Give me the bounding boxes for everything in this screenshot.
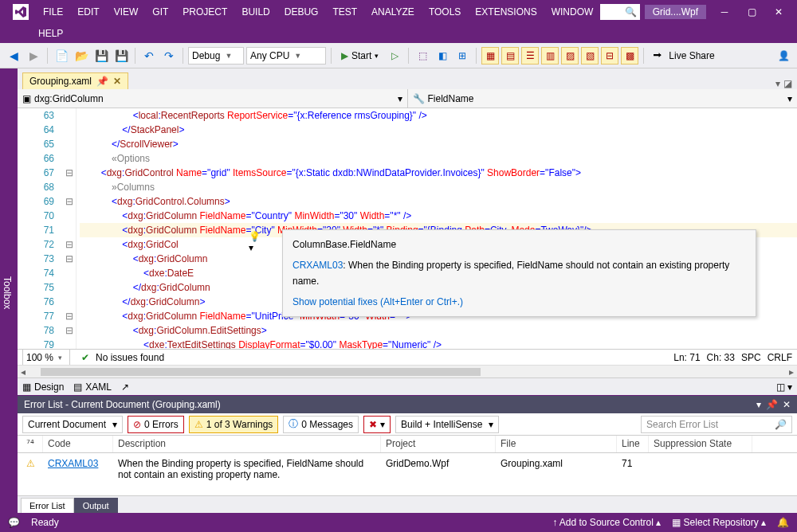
menu-window[interactable]: WINDOW <box>545 3 600 21</box>
redo-button[interactable]: ↷ <box>160 47 178 65</box>
menu-build[interactable]: BUILD <box>235 3 276 21</box>
select-repo[interactable]: ▦ Select Repository ▴ <box>672 517 766 528</box>
chat-icon[interactable]: 💬 <box>8 517 20 528</box>
tooltip-message: : When the Binding property is specified… <box>292 260 729 287</box>
tool-a-button[interactable]: ⬚ <box>414 47 431 65</box>
hl-7-button[interactable]: ⊟ <box>601 47 618 65</box>
start-no-debug-button[interactable]: ▷ <box>386 47 403 65</box>
col-project[interactable]: Project <box>381 436 496 452</box>
title-search-input[interactable]: 🔍 <box>600 4 640 20</box>
save-all-button[interactable]: 💾 <box>112 47 130 65</box>
lightbulb-icon[interactable]: 💡▾ <box>249 231 263 245</box>
solution-explorer-icon[interactable]: ◪ <box>783 78 792 89</box>
solution-name-label: Grid....Wpf <box>645 5 706 19</box>
error-code-link[interactable]: CRXAML03 <box>48 458 98 469</box>
nav-fwd-button[interactable]: ▶ <box>25 47 42 65</box>
tool-c-button[interactable]: ⊞ <box>453 47 471 65</box>
messages-filter[interactable]: ⓘ0 Messages <box>283 416 359 433</box>
user-icon[interactable]: 👤 <box>775 47 792 65</box>
warnings-filter[interactable]: ⚠1 of 3 Warnings <box>189 416 279 433</box>
platform-combo[interactable]: Any CPU▼ <box>246 47 326 65</box>
add-source-control[interactable]: ↑ Add to Source Control ▴ <box>552 517 661 528</box>
error-search-input[interactable]: Search Error List🔎 <box>641 416 792 433</box>
main-toolbar: ◀ ▶ 📄 📂 💾 💾 ↶ ↷ Debug▼ Any CPU▼ ▶Start▾ … <box>0 43 797 68</box>
menu-analyze[interactable]: ANALYZE <box>365 3 421 21</box>
fold-gutter[interactable]: ⊟⊟⊟⊟⊟⊟ <box>62 108 77 349</box>
h-scrollbar[interactable]: ◂▸ <box>18 365 797 377</box>
menu-edit[interactable]: EDIT <box>71 3 105 21</box>
ln-label: Ln: 71 <box>673 352 700 363</box>
menu-debug[interactable]: DEBUG <box>278 3 325 21</box>
nav-back-button[interactable]: ◀ <box>5 47 22 65</box>
maximize-button[interactable]: ▢ <box>738 2 765 22</box>
open-button[interactable]: 📂 <box>73 47 90 65</box>
document-tabs: Grouping.xaml 📌 ✕ ▾ ◪ <box>18 68 797 89</box>
tab-output[interactable]: Output <box>74 498 118 513</box>
tab-dropdown-icon[interactable]: ▾ <box>775 78 780 89</box>
sidebar-toolbox[interactable]: Toolbox <box>0 273 14 312</box>
design-tab[interactable]: ▦Design <box>22 381 64 393</box>
config-combo[interactable]: Debug▼ <box>188 47 244 65</box>
liveshare-label[interactable]: Live Share <box>669 50 714 61</box>
hl-6-button[interactable]: ▧ <box>581 47 599 65</box>
xaml-tab[interactable]: ▤XAML <box>73 381 112 393</box>
error-list-title-bar: Error List - Current Document (Grouping.… <box>18 396 797 413</box>
error-project: GridDemo.Wpf <box>381 456 496 482</box>
designer-view-bar: ▦Design ▤XAML ↗ ◫ ▾ <box>18 377 797 395</box>
menu-file[interactable]: FILE <box>37 3 69 21</box>
scope-combo[interactable]: Current Document▾ <box>22 416 123 433</box>
menu-test[interactable]: TEST <box>326 3 363 21</box>
menu-extensions[interactable]: EXTENSIONS <box>469 3 543 21</box>
error-row[interactable]: ⚠ CRXAML03 When the Binding property is … <box>18 453 797 485</box>
tab-close-icon[interactable]: ✕ <box>113 76 121 87</box>
nav-type-combo[interactable]: ▣ dxg:GridColumn ▾ <box>18 89 408 108</box>
col-file[interactable]: File <box>496 436 617 452</box>
nav-member-combo[interactable]: 🔧 FieldName ▾ <box>408 89 798 108</box>
new-project-button[interactable]: 📄 <box>53 47 70 65</box>
undo-button[interactable]: ↶ <box>140 47 158 65</box>
menu-help[interactable]: HELP <box>32 25 69 42</box>
hl-4-button[interactable]: ▥ <box>541 47 559 65</box>
search-icon: 🔎 <box>775 419 787 430</box>
popout-icon[interactable]: ↗ <box>121 381 129 393</box>
pin-icon[interactable]: 📌 <box>96 76 108 87</box>
col-code[interactable]: Code <box>43 436 113 452</box>
hl-1-button[interactable]: ▦ <box>481 47 499 65</box>
hl-5-button[interactable]: ▨ <box>561 47 579 65</box>
menu-git[interactable]: GIT <box>146 3 175 21</box>
col-line[interactable]: Line <box>617 436 649 452</box>
tool-b-button[interactable]: ◧ <box>434 47 451 65</box>
zoom-combo[interactable]: 100 %▾ <box>22 349 70 366</box>
split-icon[interactable]: ◫ ▾ <box>776 381 792 393</box>
hl-8-button[interactable]: ▩ <box>621 47 638 65</box>
tab-error-list[interactable]: Error List <box>21 498 74 513</box>
code-editor[interactable]: 63646566676869707172737475767778798081 ⊟… <box>18 108 797 349</box>
diagnostic-tooltip: ColumnBase.FieldName CRXAML03: When the … <box>282 229 756 317</box>
tab-grouping-xaml[interactable]: Grouping.xaml 📌 ✕ <box>22 72 128 89</box>
menu-row-2: HELP <box>0 24 797 43</box>
col-supp[interactable]: Suppression State <box>649 436 752 452</box>
panel-close-icon[interactable]: ✕ <box>783 399 791 410</box>
build-filter-combo[interactable]: Build + IntelliSense▾ <box>395 416 499 433</box>
start-button[interactable]: ▶Start▾ <box>336 47 383 65</box>
bell-icon[interactable]: 🔔 <box>777 517 789 528</box>
hl-2-button[interactable]: ▤ <box>501 47 519 65</box>
col-desc[interactable]: Description <box>113 436 381 452</box>
tab-label: Grouping.xaml <box>29 76 92 87</box>
hl-3-button[interactable]: ☰ <box>521 47 539 65</box>
col-icon[interactable]: ⁷⁴ <box>18 436 43 452</box>
pin-icon[interactable]: 📌 <box>766 399 778 410</box>
close-button[interactable]: ✕ <box>765 2 792 22</box>
minimize-button[interactable]: ─ <box>711 2 738 22</box>
tooltip-code-link[interactable]: CRXAML03 <box>292 260 343 271</box>
x-filter[interactable]: ✖▾ <box>363 416 391 433</box>
share-icon[interactable]: ⮕ <box>649 47 666 65</box>
menu-view[interactable]: VIEW <box>108 3 145 21</box>
vs-logo-icon <box>13 4 29 20</box>
menu-tools[interactable]: TOOLS <box>422 3 467 21</box>
save-button[interactable]: 💾 <box>92 47 110 65</box>
show-fixes-link[interactable]: Show potential fixes (Alt+Enter or Ctrl+… <box>292 294 746 310</box>
panel-dropdown-icon[interactable]: ▾ <box>756 399 761 410</box>
errors-filter[interactable]: ⊘0 Errors <box>128 416 184 433</box>
menu-project[interactable]: PROJECT <box>176 3 234 21</box>
